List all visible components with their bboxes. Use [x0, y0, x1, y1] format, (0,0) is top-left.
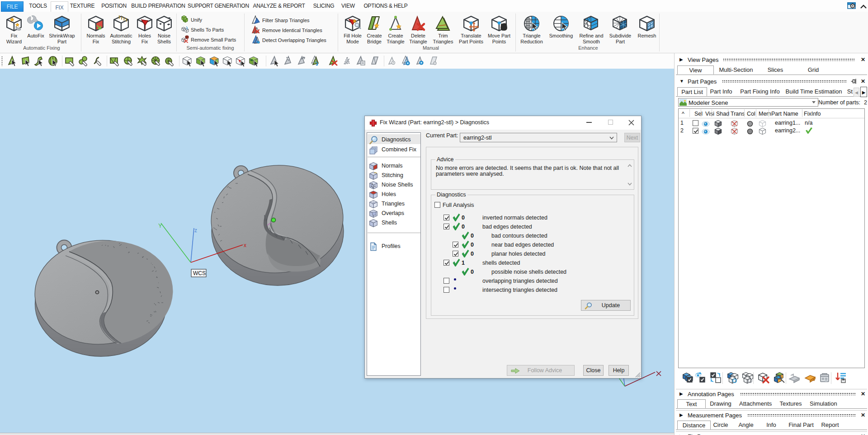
- svg-text:x: x: [244, 242, 246, 248]
- svg-text:WCS: WCS: [193, 270, 206, 276]
- svg-text:z: z: [194, 227, 197, 234]
- svg-text:Y: Y: [158, 222, 162, 229]
